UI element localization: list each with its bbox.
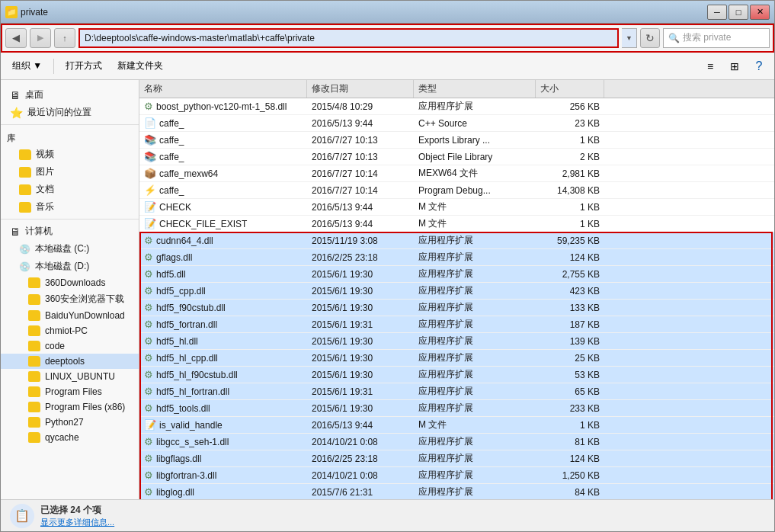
- sidebar-item-video[interactable]: 视频: [1, 146, 139, 163]
- file-type-cell: Program Debug...: [414, 185, 536, 196]
- sidebar-section-library: 库: [1, 128, 139, 146]
- search-box[interactable]: 🔍 搜索 private: [663, 28, 770, 48]
- sidebar-item-d-drive[interactable]: 💿 本地磁盘 (D:): [1, 258, 139, 275]
- back-button[interactable]: ◀: [5, 28, 27, 48]
- sidebar-item-chmiot[interactable]: chmiot-PC: [1, 323, 139, 338]
- col-header-name[interactable]: 名称: [139, 80, 307, 98]
- organize-button[interactable]: 组织 ▼: [5, 56, 49, 77]
- sidebar-label-programfiles-x86: Program Files (x86): [45, 402, 125, 412]
- sidebar-item-music[interactable]: 音乐: [1, 198, 139, 216]
- table-row[interactable]: 📝 CHECK_FILE_EXIST 2016/5/13 9:44 M 文件 1…: [139, 216, 774, 232]
- file-date-cell: 2016/5/13 9:44: [307, 420, 414, 431]
- file-date-cell: 2015/6/1 19:31: [307, 319, 414, 330]
- file-name-cell: 📚 caffe_: [139, 151, 307, 162]
- table-row[interactable]: ⚙ libgflags.dll 2016/2/25 23:18 应用程序扩展 1…: [139, 450, 774, 467]
- file-size-cell: 59,235 KB: [536, 236, 604, 246]
- sidebar-item-360browser[interactable]: 360安全浏览器下载: [1, 290, 139, 308]
- file-type-cell: 应用程序扩展: [414, 486, 536, 498]
- folder-icon-pictures: [19, 167, 31, 178]
- sidebar-item-deeptools[interactable]: deeptools: [1, 354, 139, 369]
- table-row[interactable]: ⚡ caffe_ 2016/7/27 10:14 Program Debug..…: [139, 182, 774, 199]
- table-row[interactable]: ⚙ hdf5_hl_fortran.dll 2015/6/1 19:31 应用程…: [139, 383, 774, 400]
- file-type-cell: M 文件: [414, 418, 536, 431]
- folder-icon-360downloads: [28, 277, 40, 288]
- table-row[interactable]: ⚙ hdf5_hl_cpp.dll 2015/6/1 19:30 应用程序扩展 …: [139, 350, 774, 367]
- refresh-button[interactable]: ↻: [640, 28, 660, 48]
- help-button[interactable]: ?: [748, 56, 770, 77]
- table-row[interactable]: ⚙ hdf5_f90cstub.dll 2015/6/1 19:30 应用程序扩…: [139, 300, 774, 316]
- file-type-cell: Object File Library: [414, 152, 536, 162]
- sidebar-item-qycache[interactable]: qycache: [1, 430, 139, 445]
- address-box[interactable]: D:\deeptools\caffe-windows-master\matlab…: [78, 28, 619, 48]
- file-name-text: caffe_mexw64: [159, 168, 218, 179]
- table-row[interactable]: ⚙ libgcc_s_seh-1.dll 2014/10/21 0:08 应用程…: [139, 434, 774, 450]
- sidebar-item-python27[interactable]: Python27: [1, 415, 139, 430]
- file-size-cell: 53 KB: [536, 370, 604, 380]
- sidebar-item-programfiles-x86[interactable]: Program Files (x86): [1, 399, 139, 415]
- address-text: D:\deeptools\caffe-windows-master\matlab…: [85, 33, 315, 43]
- sidebar-item-360downloads[interactable]: 360Downloads: [1, 275, 139, 290]
- file-name-cell: ⚙ hdf5_hl_cpp.dll: [139, 352, 307, 364]
- table-row[interactable]: ⚙ gflags.dll 2016/2/25 23:18 应用程序扩展 124 …: [139, 249, 774, 266]
- sidebar-item-linux[interactable]: LINUX_UBUNTU: [1, 369, 139, 384]
- file-name-text: libglog.dll: [156, 487, 194, 498]
- col-header-date[interactable]: 修改日期: [307, 80, 414, 98]
- sidebar-item-computer[interactable]: 🖥 计算机: [1, 223, 139, 240]
- sidebar-label-c-drive: 本地磁盘 (C:): [35, 242, 89, 255]
- close-button[interactable]: ✕: [750, 5, 770, 20]
- table-row[interactable]: ⚙ libgfortran-3.dll 2014/10/21 0:08 应用程序…: [139, 467, 774, 484]
- view-options-button[interactable]: ≡: [700, 56, 721, 77]
- file-size-cell: 65 KB: [536, 386, 604, 397]
- new-folder-button[interactable]: 新建文件夹: [110, 56, 170, 77]
- window-icon: 📁: [5, 6, 18, 18]
- table-row[interactable]: 📝 is_valid_handle 2016/5/13 9:44 M 文件 1 …: [139, 417, 774, 434]
- file-size-cell: 2 KB: [536, 152, 604, 162]
- table-row[interactable]: 📚 caffe_ 2016/7/27 10:13 Exports Library…: [139, 132, 774, 149]
- file-type-cell: 应用程序扩展: [414, 368, 536, 381]
- table-row[interactable]: 📄 caffe_ 2016/5/13 9:44 C++ Source 23 KB: [139, 115, 774, 132]
- table-row[interactable]: ⚙ hdf5_hl_f90cstub.dll 2015/6/1 19:30 应用…: [139, 367, 774, 383]
- sidebar-item-desktop[interactable]: 🖥 桌面: [1, 86, 139, 104]
- file-name-text: is_valid_handle: [159, 420, 223, 431]
- file-date-cell: 2016/7/27 10:13: [307, 135, 414, 146]
- address-dropdown[interactable]: ▼: [622, 28, 637, 48]
- table-row[interactable]: ⚙ hdf5_hl.dll 2015/6/1 19:30 应用程序扩展 139 …: [139, 333, 774, 350]
- file-date-cell: 2016/7/27 10:13: [307, 152, 414, 162]
- table-row[interactable]: 📦 caffe_mexw64 2016/7/27 10:14 MEXW64 文件…: [139, 165, 774, 182]
- minimize-button[interactable]: ─: [707, 5, 727, 20]
- file-size-cell: 81 KB: [536, 437, 604, 447]
- file-type-cell: 应用程序扩展: [414, 351, 536, 364]
- sidebar-item-code[interactable]: code: [1, 338, 139, 354]
- up-button[interactable]: ↑: [54, 28, 75, 48]
- file-size-cell: 1 KB: [536, 219, 604, 229]
- sidebar-item-documents[interactable]: 文档: [1, 181, 139, 198]
- status-details-link[interactable]: 显示更多详细信息...: [40, 517, 114, 528]
- table-row[interactable]: ⚙ hdf5_cpp.dll 2015/6/1 19:30 应用程序扩展 423…: [139, 283, 774, 300]
- col-header-type[interactable]: 类型: [414, 80, 536, 98]
- table-row[interactable]: ⚙ hdf5.dll 2015/6/1 19:30 应用程序扩展 2,755 K…: [139, 266, 774, 283]
- sidebar-item-baidu[interactable]: BaiduYunDownload: [1, 308, 139, 323]
- file-list[interactable]: ⚙ boost_python-vc120-mt-1_58.dll 2015/4/…: [139, 98, 774, 499]
- table-row[interactable]: ⚙ boost_python-vc120-mt-1_58.dll 2015/4/…: [139, 98, 774, 115]
- maximize-button[interactable]: □: [729, 5, 748, 20]
- file-name-cell: 📦 caffe_mexw64: [139, 168, 307, 179]
- sidebar-item-recent[interactable]: ⭐ 最近访问的位置: [1, 104, 139, 121]
- table-row[interactable]: ⚙ hdf5_fortran.dll 2015/6/1 19:31 应用程序扩展…: [139, 316, 774, 333]
- table-row[interactable]: ⚙ libglog.dll 2015/7/6 21:31 应用程序扩展 84 K…: [139, 484, 774, 499]
- column-headers: 名称 修改日期 类型 大小: [139, 80, 774, 98]
- open-with-button[interactable]: 打开方式: [59, 56, 109, 77]
- table-row[interactable]: 📚 caffe_ 2016/7/27 10:13 Object File Lib…: [139, 149, 774, 165]
- forward-button[interactable]: ▶: [30, 28, 51, 48]
- sidebar-item-c-drive[interactable]: 💿 本地磁盘 (C:): [1, 240, 139, 258]
- file-date-cell: 2016/7/27 10:14: [307, 185, 414, 196]
- change-view-button[interactable]: ⊞: [724, 56, 745, 77]
- sidebar-item-programfiles[interactable]: Program Files: [1, 384, 139, 399]
- table-row[interactable]: 📝 CHECK 2016/5/13 9:44 M 文件 1 KB: [139, 199, 774, 216]
- file-date-cell: 2015/6/1 19:30: [307, 269, 414, 280]
- file-name-text: CHECK_FILE_EXIST: [159, 219, 247, 229]
- folder-icon-baidu: [28, 310, 40, 321]
- table-row[interactable]: ⚙ cudnn64_4.dll 2015/11/19 3:08 应用程序扩展 5…: [139, 232, 774, 249]
- sidebar-item-pictures[interactable]: 图片: [1, 163, 139, 181]
- table-row[interactable]: ⚙ hdf5_tools.dll 2015/6/1 19:30 应用程序扩展 2…: [139, 400, 774, 417]
- col-header-size[interactable]: 大小: [536, 80, 604, 98]
